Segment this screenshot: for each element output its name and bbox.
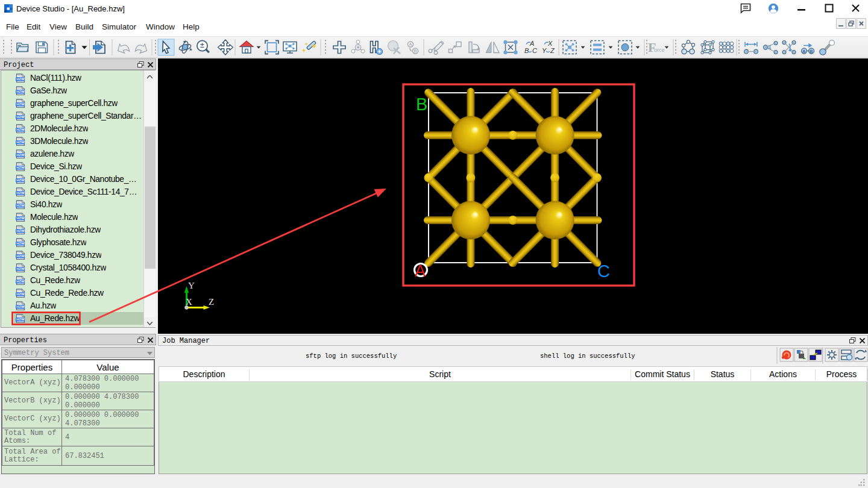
svg-text:orce: orce	[654, 47, 665, 53]
svg-text:HZW: HZW	[16, 102, 25, 106]
svg-text:Y: Y	[188, 281, 195, 290]
svg-text:HZW: HZW	[16, 128, 25, 131]
svg-text:HZW: HZW	[16, 153, 25, 157]
svg-text:HZW: HZW	[16, 140, 25, 144]
svg-text:HZW: HZW	[16, 216, 25, 220]
svg-text:A: A	[529, 40, 534, 47]
svg-text:HZW: HZW	[16, 204, 25, 207]
svg-text:HZW: HZW	[16, 77, 25, 81]
svg-text:HZW: HZW	[16, 191, 25, 195]
svg-text:B: B	[524, 47, 529, 54]
svg-text:C: C	[597, 261, 610, 281]
svg-text:X: X	[547, 40, 553, 47]
svg-text:HZW: HZW	[16, 90, 25, 93]
svg-text:Z: Z	[209, 297, 214, 307]
svg-text:HZW: HZW	[16, 318, 25, 321]
svg-text:B: B	[414, 48, 417, 54]
svg-text:A: A	[409, 42, 412, 47]
svg-text:B: B	[416, 95, 427, 114]
svg-text:C: C	[532, 47, 537, 54]
svg-text:HZW: HZW	[16, 166, 25, 169]
svg-text:HZW: HZW	[16, 242, 25, 245]
svg-text:HZW: HZW	[16, 280, 25, 283]
svg-text:HZW: HZW	[16, 305, 25, 308]
svg-text:HZW: HZW	[16, 229, 25, 233]
svg-text:HZW: HZW	[16, 267, 25, 271]
svg-text:B: B	[810, 49, 813, 54]
svg-text:Z: Z	[550, 47, 555, 54]
svg-text:HZW: HZW	[16, 254, 25, 258]
svg-text:Y: Y	[542, 47, 547, 54]
svg-text:HZW: HZW	[16, 178, 25, 182]
svg-text:A: A	[802, 49, 806, 54]
svg-text:X: X	[186, 297, 192, 307]
svg-text:HZW: HZW	[16, 292, 25, 296]
svg-text:A: A	[415, 262, 426, 280]
svg-text:HZW: HZW	[16, 115, 25, 119]
